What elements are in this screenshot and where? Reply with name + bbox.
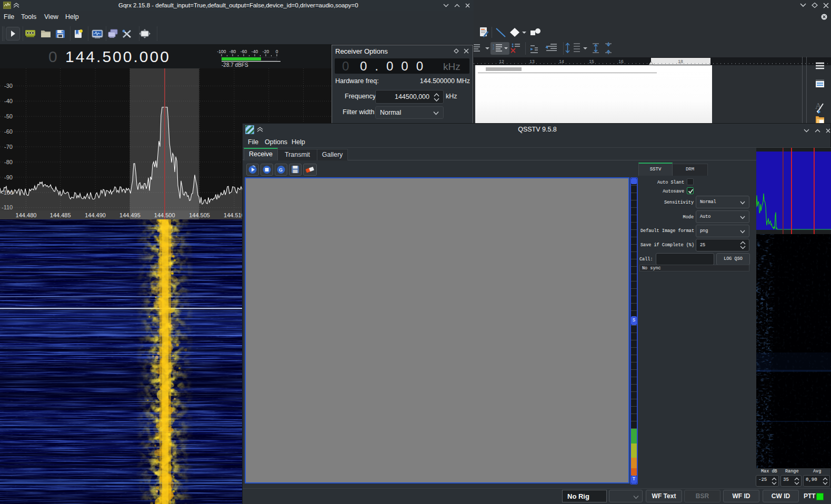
svg-text:G: G	[279, 167, 283, 173]
svg-text:18: 18	[678, 59, 683, 64]
svg-text:144.505: 144.505	[189, 212, 210, 218]
svg-text:-100: -100	[217, 49, 226, 54]
svg-text:-30: -30	[4, 83, 13, 89]
svg-text:14: 14	[559, 59, 564, 64]
svg-text:-90: -90	[4, 174, 13, 180]
svg-text:-110: -110	[2, 204, 13, 210]
svg-text:144.485: 144.485	[50, 212, 71, 218]
svg-text:-100: -100	[2, 189, 13, 196]
svg-text:-40: -40	[252, 49, 258, 54]
svg-text:144.510: 144.510	[224, 212, 245, 218]
svg-text:2: 2	[493, 47, 494, 50]
svg-text:-20: -20	[263, 49, 269, 54]
svg-text:144.490: 144.490	[85, 212, 106, 218]
svg-text:0: 0	[276, 49, 278, 54]
svg-text:-60: -60	[241, 49, 247, 54]
svg-text:13: 13	[529, 59, 535, 64]
svg-text:-28.7 dBFS: -28.7 dBFS	[222, 62, 248, 67]
svg-text:144.500: 144.500	[154, 212, 175, 218]
svg-text:-80: -80	[229, 49, 236, 54]
svg-text:-70: -70	[4, 144, 13, 150]
svg-text:-40: -40	[4, 98, 13, 104]
svg-text:A: A	[815, 102, 822, 110]
svg-text:-80: -80	[4, 159, 13, 165]
svg-text:144.495: 144.495	[119, 212, 141, 218]
svg-text:-60: -60	[4, 128, 13, 135]
svg-text:-50: -50	[4, 113, 13, 119]
svg-text:144.480: 144.480	[16, 212, 37, 218]
